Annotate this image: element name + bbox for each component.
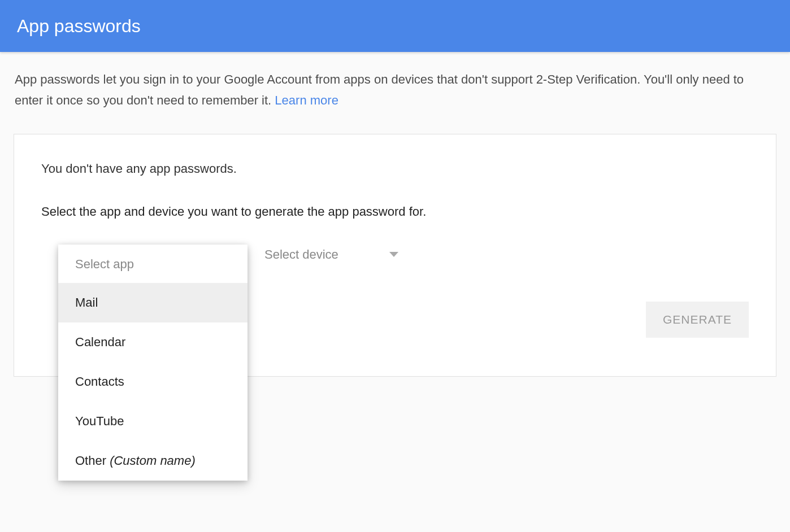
chevron-down-icon [389, 252, 398, 257]
content-area: App passwords let you sign in to your Go… [0, 52, 790, 394]
learn-more-link[interactable]: Learn more [275, 93, 338, 107]
select-app-header: Select app [58, 245, 248, 283]
dropdown-item-youtube[interactable]: YouTube [58, 402, 248, 441]
dropdown-item-mail[interactable]: Mail [58, 283, 248, 322]
selectors-row: Select app Mail Calendar Contacts YouTub… [41, 247, 749, 262]
no-passwords-text: You don't have any app passwords. [41, 162, 749, 176]
dropdown-item-other[interactable]: Other (Custom name) [58, 441, 248, 481]
dropdown-item-contacts[interactable]: Contacts [58, 362, 248, 402]
page-header: App passwords [0, 0, 790, 52]
generate-button[interactable]: GENERATE [646, 302, 749, 338]
select-device-dropdown[interactable]: Select device [264, 247, 398, 262]
dropdown-item-calendar[interactable]: Calendar [58, 322, 248, 362]
app-passwords-card: You don't have any app passwords. Select… [14, 134, 776, 377]
description-text: App passwords let you sign in to your Go… [14, 69, 776, 111]
dropdown-item-label: Contacts [75, 374, 124, 389]
dropdown-item-hint: (Custom name) [110, 453, 196, 468]
select-instruction: Select the app and device you want to ge… [41, 204, 749, 219]
description-body: App passwords let you sign in to your Go… [15, 72, 744, 107]
dropdown-item-label: Mail [75, 295, 98, 309]
dropdown-item-label: Other [75, 453, 110, 468]
dropdown-item-label: YouTube [75, 414, 124, 428]
select-app-menu: Select app Mail Calendar Contacts YouTub… [58, 245, 248, 481]
select-device-label: Select device [264, 247, 338, 262]
dropdown-item-label: Calendar [75, 335, 125, 349]
page-title: App passwords [17, 16, 141, 37]
